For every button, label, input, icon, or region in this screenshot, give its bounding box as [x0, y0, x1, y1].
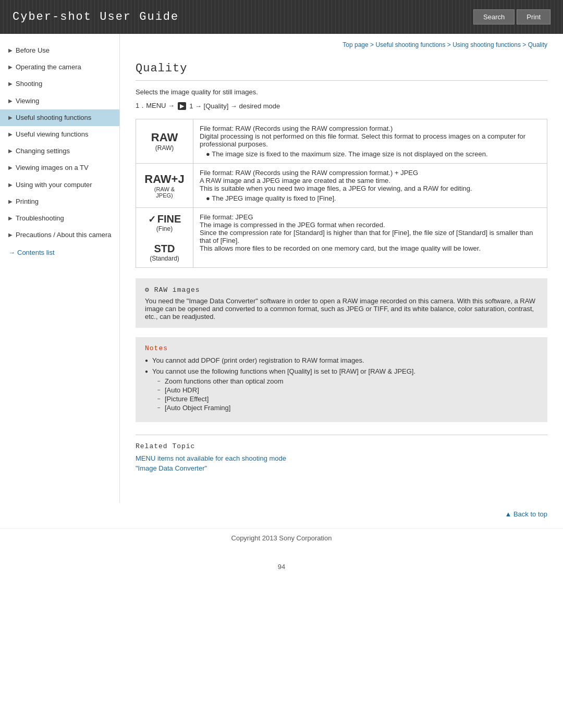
arrow-icon: ▶ — [8, 181, 13, 189]
print-button[interactable]: Print — [517, 9, 550, 24]
page-number: 94 — [0, 558, 563, 576]
sidebar-item-label: Viewing images on a TV — [16, 163, 89, 172]
footer: Copyright 2013 Sony Corporation — [0, 528, 563, 558]
fine-label-wrapper: ✓ FINE — [142, 213, 187, 225]
sidebar-item-label: Changing settings — [16, 146, 70, 156]
page-title: Quality — [136, 54, 547, 81]
rawj-label: RAW+J — [142, 172, 187, 186]
raw-images-title: ⚙ RAW images — [145, 286, 538, 294]
breadcrumb-separator2: > — [447, 41, 452, 48]
arrow-icon: ▶ — [8, 147, 13, 155]
rawj-sub-label: (RAW &JPEG) — [142, 186, 187, 199]
sidebar-item-changing-settings[interactable]: ▶ Changing settings — [0, 143, 119, 159]
sidebar-item-operating[interactable]: ▶ Operating the camera — [0, 59, 119, 76]
sidebar-item-troubleshooting[interactable]: ▶ Troubleshooting — [0, 210, 119, 227]
sidebar-item-label: Useful shooting functions — [16, 113, 91, 122]
raw-label-cell: RAW (RAW) — [136, 119, 193, 164]
raw-bullet: ● The image size is fixed to the maximum… — [206, 150, 541, 158]
sidebar-item-label: Shooting — [16, 79, 42, 89]
table-row-raw: RAW (RAW) File format: RAW (Records usin… — [136, 119, 547, 164]
related-link-2[interactable]: "Image Data Converter" — [136, 464, 547, 472]
sidebar-item-shooting[interactable]: ▶ Shooting — [0, 76, 119, 92]
contents-list-link[interactable]: → Contents list — [0, 243, 119, 262]
page-description: Selects the image quality for still imag… — [136, 88, 547, 96]
main-layout: ▶ Before Use ▶ Operating the camera ▶ Sh… — [0, 34, 563, 503]
raw-content-cell: File format: RAW (Records using the RAW … — [193, 119, 547, 164]
sidebar-item-viewing-tv[interactable]: ▶ Viewing images on a TV — [0, 159, 119, 176]
std-label-wrapper: STD (Standard) — [142, 243, 187, 262]
arrow-icon: ▶ — [8, 231, 13, 239]
raw-label: RAW — [142, 131, 187, 144]
related-link-1[interactable]: MENU items not available for each shooti… — [136, 454, 547, 462]
breadcrumb-separator3: > — [522, 41, 528, 48]
menu-step2: 1 → [Quality] → desired mode — [189, 102, 280, 110]
notes-title: Notes — [145, 344, 538, 352]
checkmark-icon: ✓ — [148, 214, 156, 225]
sidebar-item-label: Before Use — [16, 46, 50, 55]
fine-sub-label: (Fine) — [142, 225, 187, 232]
notes-sub-list: Zoom functions other than optical zoom [… — [152, 377, 538, 412]
arrow-icon: ▶ — [8, 198, 13, 205]
table-row-fine-std: ✓ FINE (Fine) STD (Standard) File format… — [136, 208, 547, 268]
gear-icon: ⚙ — [145, 286, 154, 294]
copyright-text: Copyright 2013 Sony Corporation — [231, 534, 332, 542]
rawj-content-cell: File format: RAW (Records using the RAW … — [193, 164, 547, 208]
sidebar-item-useful-shooting[interactable]: ▶ Useful shooting functions — [0, 109, 119, 126]
breadcrumb: Top page > Useful shooting functions > U… — [136, 34, 547, 54]
arrow-icon: ▶ — [8, 114, 13, 121]
rawj-bullet: ● The JPEG image quality is fixed to [Fi… — [206, 194, 541, 202]
sidebar-item-label: Operating the camera — [16, 63, 81, 72]
sidebar-item-viewing[interactable]: ▶ Viewing — [0, 93, 119, 109]
table-row-rawj: RAW+J (RAW &JPEG) File format: RAW (Reco… — [136, 164, 547, 208]
fine-std-content-cell: File format: JPEGThe image is compressed… — [193, 208, 547, 268]
raw-content: File format: RAW (Records using the RAW … — [200, 125, 525, 148]
contents-link-label: Contents list — [17, 249, 55, 256]
rawj-content: File format: RAW (Records using the RAW … — [200, 169, 472, 192]
sidebar-item-label: Troubleshooting — [16, 214, 64, 223]
menu-step: 1．MENU → — [136, 101, 175, 110]
sidebar-item-label: Useful viewing functions — [16, 130, 88, 139]
sidebar-item-before-use[interactable]: ▶ Before Use — [0, 42, 119, 59]
arrow-icon: ▶ — [8, 97, 13, 105]
notes-sub-item-3: [Picture Effect] — [157, 395, 538, 403]
breadcrumb-useful-shooting[interactable]: Useful shooting functions — [375, 41, 445, 48]
arrow-icon: ▶ — [8, 131, 13, 138]
breadcrumb-quality[interactable]: Quality — [528, 41, 547, 48]
related-topic: Related Topic MENU items not available f… — [136, 435, 547, 472]
breadcrumb-top[interactable]: Top page — [342, 41, 368, 48]
notes-sub-item-1: Zoom functions other than optical zoom — [157, 377, 538, 385]
breadcrumb-using-shooting[interactable]: Using shooting functions — [452, 41, 521, 48]
std-sub-label: (Standard) — [142, 255, 187, 262]
notes-list: You cannot add DPOF (print order) regist… — [145, 356, 538, 412]
raw-images-box: ⚙ RAW images You need the "Image Data Co… — [136, 278, 547, 328]
content-area: Top page > Useful shooting functions > U… — [120, 34, 563, 503]
app-title: Cyber-shot User Guide — [13, 10, 179, 23]
fine-label-cell: ✓ FINE (Fine) STD (Standard) — [136, 208, 193, 268]
std-label: STD — [142, 243, 187, 255]
fine-std-content: File format: JPEGThe image is compressed… — [200, 213, 533, 252]
back-to-top-link[interactable]: ▲ Back to top — [505, 510, 547, 518]
arrow-icon: ▶ — [8, 164, 13, 171]
quality-table: RAW (RAW) File format: RAW (Records usin… — [136, 119, 547, 268]
sidebar: ▶ Before Use ▶ Operating the camera ▶ Sh… — [0, 34, 120, 503]
sidebar-item-printing[interactable]: ▶ Printing — [0, 193, 119, 210]
sidebar-item-useful-viewing[interactable]: ▶ Useful viewing functions — [0, 126, 119, 143]
rawj-label-cell: RAW+J (RAW &JPEG) — [136, 164, 193, 208]
notes-item-2: You cannot use the following functions w… — [145, 367, 538, 412]
arrow-icon: ▶ — [8, 47, 13, 54]
breadcrumb-separator: > — [370, 41, 375, 48]
sidebar-item-label: Precautions / About this camera — [16, 230, 112, 240]
arrow-icon: ▶ — [8, 80, 13, 88]
right-arrow-icon: → — [8, 249, 15, 256]
header: Cyber-shot User Guide Search Print — [0, 0, 563, 34]
fine-label: FINE — [157, 213, 181, 225]
camera-icon: ▶ — [178, 102, 186, 110]
sidebar-item-using-computer[interactable]: ▶ Using with your computer — [0, 177, 119, 193]
notes-sub-item-2: [Auto HDR] — [157, 386, 538, 394]
sidebar-item-label: Viewing — [16, 96, 39, 106]
arrow-icon: ▶ — [8, 64, 13, 71]
sidebar-item-precautions[interactable]: ▶ Precautions / About this camera — [0, 227, 119, 243]
search-button[interactable]: Search — [473, 9, 515, 24]
sidebar-item-label: Printing — [16, 197, 39, 206]
raw-images-text: You need the "Image Data Converter" soft… — [145, 297, 538, 320]
